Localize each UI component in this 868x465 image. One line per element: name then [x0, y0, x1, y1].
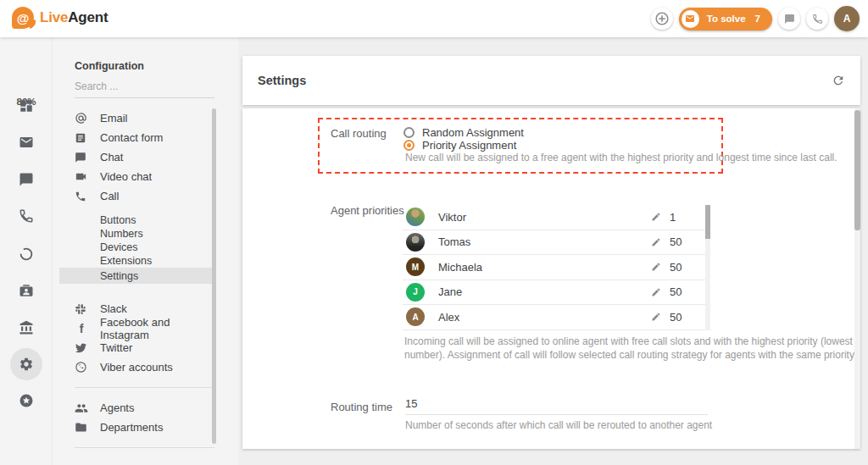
logo-bubble-icon: @: [12, 7, 34, 29]
dashboard-icon: [19, 98, 34, 113]
priority-value: 1: [670, 211, 688, 224]
customers-icon: [19, 283, 34, 298]
sidebar-nav: Email Contact form Chat Video chat Call …: [59, 108, 214, 458]
rail-item-dashboard[interactable]: [10, 90, 42, 122]
sidebar-subitem-devices[interactable]: Devices: [59, 241, 214, 254]
sidebar-title: Configuration: [75, 60, 144, 72]
rail-item-configuration[interactable]: [10, 348, 42, 380]
edit-icon[interactable]: [651, 287, 661, 297]
avatar: [406, 208, 425, 226]
chat-bubble-icon: [75, 152, 88, 163]
rail-item-company[interactable]: [10, 312, 42, 344]
video-chat-icon: [75, 170, 88, 183]
envelope-icon: [682, 10, 699, 28]
rail-item-customers[interactable]: [10, 274, 42, 307]
agent-row: Viktor 1: [403, 205, 710, 230]
agent-row: Tomas 50: [403, 230, 710, 256]
call-routing-label: Call routing: [331, 127, 387, 140]
routing-time-label: Routing time: [331, 401, 392, 413]
agent-row: A Alex 50: [403, 305, 710, 330]
rail-item-chats[interactable]: [10, 163, 42, 196]
edit-icon[interactable]: [651, 212, 661, 222]
priority-value: 50: [670, 235, 688, 248]
radio-random-assignment[interactable]: Random Assignment: [403, 126, 524, 139]
sidebar-item-agents[interactable]: Agents: [59, 398, 214, 418]
refresh-button[interactable]: [832, 74, 845, 87]
to-solve-button[interactable]: To solve 7: [679, 8, 772, 30]
sidebar-subitem-buttons[interactable]: Buttons: [59, 213, 214, 227]
main-scrollbar[interactable]: [854, 108, 860, 449]
settings-header-card: Settings: [242, 56, 860, 105]
main-panel: Settings Call routing Random Assignment …: [238, 37, 868, 465]
chats-button[interactable]: [778, 8, 800, 30]
sidebar-search: [75, 77, 214, 98]
priority-value: 50: [670, 285, 688, 298]
logo-text: LiveAgent: [40, 9, 108, 26]
routing-time-description: Number of seconds after which call will …: [405, 419, 863, 433]
add-icon: [654, 11, 670, 26]
sidebar-subitem-settings[interactable]: Settings: [59, 268, 214, 284]
agent-list-scrollbar-thumb[interactable]: [705, 205, 710, 239]
radio-selected-icon: [403, 140, 415, 151]
priority-value: 50: [670, 311, 688, 324]
liveagent-app: @ LiveAgent To solve 7 A 80%: [0, 0, 868, 465]
agent-name: Viktor: [438, 211, 651, 224]
user-avatar[interactable]: A: [834, 6, 860, 31]
agent-name: Michaela: [438, 261, 651, 274]
add-button[interactable]: [651, 8, 673, 30]
sidebar-scrollbar-thumb[interactable]: [212, 108, 216, 444]
sidebar-item-viber-accounts[interactable]: Viber accounts: [59, 357, 214, 377]
agent-list-scrollbar[interactable]: [705, 205, 710, 330]
call-routing-description: New call will be assigned to a free agen…: [405, 152, 863, 165]
sidebar-item-call[interactable]: Call: [59, 186, 214, 206]
topbar-actions: To solve 7 A: [651, 0, 860, 37]
configuration-sidebar: Configuration Email Contact form Chat Vi…: [53, 37, 238, 465]
slack-icon: [75, 303, 88, 315]
mail-icon: [19, 135, 34, 150]
sidebar-subitem-extensions[interactable]: Extensions: [59, 254, 214, 268]
routing-time-input[interactable]: [405, 396, 708, 415]
search-input[interactable]: [75, 77, 214, 98]
rail-item-reports[interactable]: [10, 238, 42, 270]
sidebar-item-email[interactable]: Email: [59, 108, 214, 128]
to-solve-label: To solve: [707, 14, 746, 24]
sidebar-item-chat[interactable]: Chat: [59, 147, 214, 167]
radio-unselected-icon: [403, 127, 415, 138]
twitter-icon: [75, 341, 88, 354]
rail-item-tickets[interactable]: [10, 126, 42, 158]
gauge-icon: [19, 246, 34, 262]
phone-icon: [812, 14, 823, 25]
sidebar-item-contact-form[interactable]: Contact form: [59, 128, 214, 147]
agent-row: M Michaela 50: [403, 255, 710, 280]
facebook-icon: f: [75, 322, 88, 335]
agent-priorities-label: Agent priorities: [331, 204, 404, 217]
sidebar-subitem-numbers[interactable]: Numbers: [59, 227, 214, 241]
liveagent-logo[interactable]: @ LiveAgent: [12, 7, 108, 29]
chat-icon: [784, 14, 795, 25]
page-title: Settings: [258, 56, 306, 105]
agent-priorities-description: Incoming call will be assigned to online…: [404, 335, 866, 362]
edit-icon[interactable]: [651, 262, 661, 272]
rail-item-upgrade[interactable]: [10, 385, 42, 417]
bank-icon: [19, 320, 34, 335]
phone-icon: [75, 191, 88, 202]
sidebar-item-departments[interactable]: Departments: [59, 418, 214, 437]
edit-icon[interactable]: [651, 312, 661, 322]
sidebar-item-video-chat[interactable]: Video chat: [59, 167, 214, 186]
radio-priority-assignment[interactable]: Priority Assignment: [403, 139, 516, 152]
rail-item-calls[interactable]: [10, 200, 42, 232]
sidebar-item-facebook-instagram[interactable]: f Facebook and Instagram: [59, 318, 214, 338]
priority-value: 50: [670, 261, 688, 274]
calls-button[interactable]: [806, 8, 828, 30]
edit-icon[interactable]: [651, 237, 661, 247]
agent-name: Alex: [438, 311, 651, 324]
viber-icon: [75, 361, 88, 374]
refresh-icon: [832, 74, 845, 87]
star-icon: [19, 393, 34, 408]
main-scrollbar-thumb[interactable]: [854, 110, 860, 230]
icon-rail: 80%: [0, 37, 53, 465]
gear-icon: [19, 357, 34, 372]
sidebar-divider: [75, 387, 214, 388]
topbar: @ LiveAgent To solve 7 A: [0, 0, 868, 37]
agents-icon: [75, 401, 88, 415]
